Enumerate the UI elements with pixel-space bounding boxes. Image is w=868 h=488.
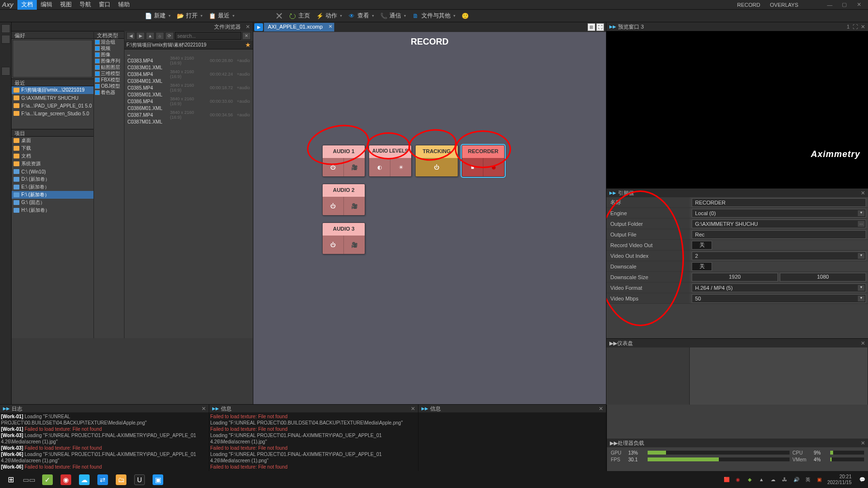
stop-icon[interactable]: ■	[462, 158, 483, 176]
window-minimize[interactable]: —	[822, 2, 837, 8]
play-icon[interactable]: ▶	[254, 23, 263, 31]
project-item[interactable]: F:\ (新加卷）	[12, 191, 93, 199]
nav-home-icon[interactable]: ⌂	[155, 32, 164, 40]
taskbar-clock[interactable]: 20:21 2022/11/15	[827, 474, 854, 486]
chevron-down-icon[interactable]: ▾	[858, 253, 865, 259]
camera-icon[interactable]: 🎥	[344, 197, 365, 215]
recent-item[interactable]: F:\a...\Large_screen_Studio 5.0	[12, 110, 93, 117]
search-clear-icon[interactable]: ✕	[242, 32, 251, 40]
camera-icon[interactable]: 🎥	[344, 236, 365, 254]
taskbar-app[interactable]: ✓	[39, 472, 56, 487]
power-icon[interactable]: ⏻	[416, 158, 458, 176]
tb-open[interactable]: 📂打开▾	[176, 12, 202, 20]
power-icon[interactable]: ⏻	[323, 236, 344, 254]
node-audio-levels[interactable]: AUDIO LEVELS ◐☀	[369, 145, 412, 177]
tray-icon[interactable]: ▲	[758, 476, 765, 484]
nav-back-icon[interactable]: ◀	[126, 32, 135, 40]
search-input[interactable]	[175, 32, 241, 40]
tray-icon[interactable]: ▣	[816, 476, 823, 484]
output-folder-field[interactable]: G:\AXIMMETRY SHUCHU…	[692, 220, 866, 228]
type-checkbox[interactable]: 视频	[94, 45, 124, 51]
tb-new[interactable]: 📄新建▾	[144, 12, 170, 20]
file-row[interactable]: C0387.MP43840 x 2160 (16:9)00:00:34.56+a…	[124, 111, 253, 118]
chevron-down-icon[interactable]: ▾	[858, 210, 865, 216]
downscale-toggle[interactable]: 关	[692, 262, 712, 271]
tray-ime[interactable]: 英	[804, 476, 812, 484]
camera-icon[interactable]: 🎥	[344, 158, 365, 176]
name-field[interactable]: RECORDER	[692, 198, 866, 207]
tb-recent[interactable]: 📋最近▾	[208, 12, 234, 20]
video-out-index-field[interactable]: 2▾	[692, 252, 866, 260]
type-checkbox[interactable]: OBJ模型	[94, 83, 124, 89]
taskbar-app[interactable]: ◉	[57, 472, 75, 487]
nav-fwd-icon[interactable]: ▶	[136, 32, 145, 40]
recent-item[interactable]: F:\a...\PAD_UEP_APPLE_01 5.0	[12, 102, 93, 110]
node-tracking[interactable]: TRACKING ⏻	[415, 145, 458, 177]
taskbar-app[interactable]: ▣	[149, 472, 167, 487]
type-checkbox[interactable]: 三维模型	[94, 70, 124, 77]
tray-icon[interactable]: 🔊	[792, 476, 800, 484]
recent-item[interactable]: F:\剪辑项目\vmix...\20221019	[12, 86, 93, 94]
project-item[interactable]: C:\ (Win10)	[12, 168, 93, 175]
node-recorder[interactable]: RECORDER ■●	[462, 145, 505, 177]
panel-close-icon[interactable]: ✕	[861, 440, 865, 446]
menu-file[interactable]: 文档	[17, 0, 37, 10]
project-item[interactable]: D:\ (新加卷）	[12, 175, 93, 183]
type-checkbox[interactable]: 着色器	[94, 89, 124, 95]
type-checkbox[interactable]: 图像序列	[94, 58, 124, 64]
overlays-btn[interactable]: OVERLAYS	[765, 1, 804, 9]
panel-close-icon[interactable]: ✕	[411, 406, 415, 412]
taskbar-app[interactable]: 🗂	[112, 472, 130, 487]
record-video-toggle[interactable]: 关	[692, 241, 712, 250]
taskbar-app[interactable]: U	[131, 472, 148, 487]
taskbar-app[interactable]: ☁	[76, 472, 93, 487]
tray-icon[interactable]: 🟥	[723, 476, 730, 484]
node-audio3[interactable]: AUDIO 3 ⏻🎥	[322, 222, 365, 254]
moon-icon[interactable]: ◐	[369, 158, 390, 176]
tray-icon[interactable]: 🖧	[781, 476, 789, 484]
file-row[interactable]: C0384.MP43840 x 2160 (16:9)00:00:42.24+a…	[124, 71, 253, 78]
file-row[interactable]: C0383.MP43840 x 2160 (16:9)00:00:28.80+a…	[124, 57, 253, 64]
side-btn-1[interactable]	[1, 24, 10, 33]
tb-view[interactable]: 👁查看▾	[348, 12, 374, 20]
nav-refresh-icon[interactable]: ⟳	[165, 32, 174, 40]
type-checkbox[interactable]: 贴图图层	[94, 64, 124, 70]
panel-close-icon[interactable]: ✕	[861, 340, 865, 346]
output-file-field[interactable]: Rec	[692, 230, 866, 239]
canvas-tool-1[interactable]: ⊞	[588, 23, 595, 31]
canvas-tool-2[interactable]: ⛶	[596, 23, 604, 31]
taskbar-app[interactable]: ⇄	[94, 472, 111, 487]
chevron-down-icon[interactable]: ▾	[858, 285, 865, 291]
panel-close-icon[interactable]: ✕	[246, 24, 250, 30]
type-checkbox[interactable]: 混合组	[94, 39, 124, 45]
preview-expand-icon[interactable]: ⛶	[852, 24, 858, 30]
favorite-icon[interactable]: ★	[245, 41, 251, 48]
project-item[interactable]: E:\ (新加卷）	[12, 183, 93, 191]
node-audio1[interactable]: AUDIO 1 ⏻🎥	[322, 145, 365, 177]
record-btn[interactable]: RECORD	[732, 1, 765, 9]
video-format-select[interactable]: H.264 / MP4 (5)▾	[692, 283, 866, 292]
side-btn-3[interactable]	[1, 67, 10, 76]
project-item[interactable]: 桌面	[12, 137, 93, 144]
tray-icon[interactable]: ◆	[746, 476, 754, 484]
nav-up-icon[interactable]: ▲	[146, 32, 155, 40]
menu-nav[interactable]: 导航	[76, 0, 95, 10]
menu-window[interactable]: 窗口	[95, 0, 114, 10]
sun-icon[interactable]: ☀	[390, 158, 411, 176]
tb-fileother[interactable]: 🗎文件与其他▾	[412, 12, 455, 20]
window-close[interactable]: ✕	[852, 1, 866, 8]
recent-item[interactable]: G:\AXIMMETRY SHUCHU	[12, 94, 93, 102]
project-item[interactable]: G:\ (固态）	[12, 199, 93, 206]
power-icon[interactable]: ⏻	[323, 197, 344, 215]
project-item[interactable]: H:\ (新加卷）	[12, 206, 93, 214]
menu-help[interactable]: 辅助	[114, 0, 134, 10]
panel-close-icon[interactable]: ✕	[861, 190, 865, 196]
chevron-down-icon[interactable]: ▾	[858, 296, 865, 301]
tb-action[interactable]: ⚡动作▾	[316, 12, 342, 20]
tray-icon[interactable]: ◉	[734, 476, 742, 484]
power-icon[interactable]: ⏻	[323, 158, 344, 176]
tray-icon[interactable]: ☁	[769, 476, 777, 484]
preview-close-icon[interactable]: ✕	[861, 24, 865, 30]
panel-close-icon[interactable]: ✕	[599, 406, 603, 412]
project-item[interactable]: 系统资源	[12, 160, 93, 168]
